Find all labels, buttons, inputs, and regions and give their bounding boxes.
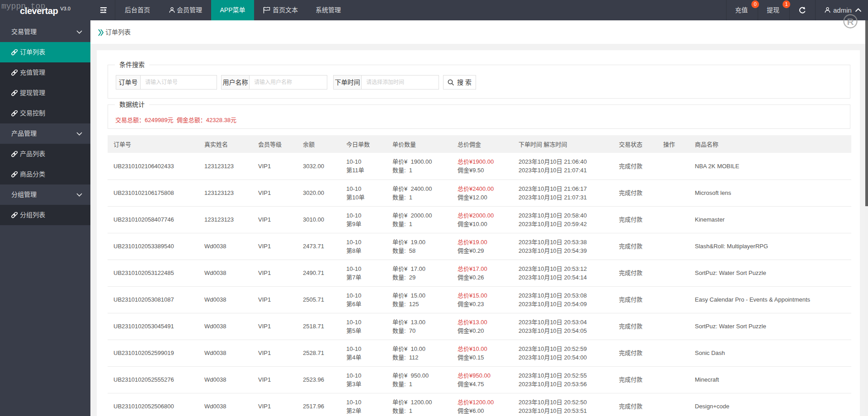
svg-text:R: R — [847, 16, 854, 27]
